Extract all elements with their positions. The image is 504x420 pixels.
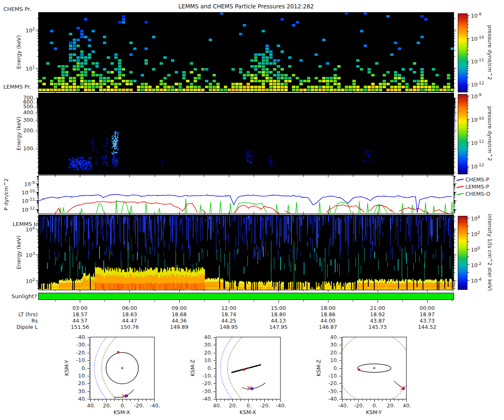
y-major-tick-right bbox=[454, 255, 457, 255]
y-minor-tick bbox=[37, 202, 39, 203]
y-minor-tick bbox=[37, 262, 39, 263]
y-minor-tick bbox=[37, 140, 39, 140]
orbit-y-tick bbox=[215, 370, 216, 370]
time-major-tick bbox=[179, 92, 180, 93]
orbit-y-tick bbox=[89, 379, 90, 379]
y-minor-tick bbox=[37, 201, 39, 201]
pressure-timeseries-panel bbox=[38, 175, 454, 214]
y-minor-tick-right bbox=[454, 110, 455, 111]
time-major-tick bbox=[427, 214, 428, 215]
y-minor-tick-right bbox=[454, 98, 455, 99]
y-minor-tick bbox=[37, 36, 39, 36]
y-minor-tick-right bbox=[454, 158, 455, 158]
orbit-x-tick bbox=[228, 399, 229, 401]
y-minor-tick bbox=[37, 204, 39, 204]
y-minor-tick bbox=[37, 213, 39, 213]
colorbar-major-tick bbox=[467, 61, 470, 61]
y-minor-tick bbox=[37, 284, 39, 285]
orbit-y-tick bbox=[87, 391, 90, 392]
y-minor-tick bbox=[37, 136, 39, 137]
orbit-x-tick bbox=[342, 399, 343, 402]
y-minor-tick-right bbox=[454, 136, 455, 137]
y-minor-tick bbox=[37, 185, 39, 185]
orbit-y-tick bbox=[341, 387, 342, 387]
orbit-y-tick bbox=[341, 371, 342, 372]
orbit-y-tick bbox=[341, 390, 342, 390]
time-major-tick bbox=[80, 92, 80, 93]
y-minor-tick-right bbox=[454, 113, 455, 113]
time-minor-tick bbox=[155, 290, 155, 291]
colorbar-tick-label: 10-11 bbox=[471, 58, 484, 65]
dipole-l-value: 144.52 bbox=[412, 324, 442, 330]
orbit-y-tick bbox=[213, 368, 216, 369]
colorbar-minor-tick bbox=[467, 99, 469, 100]
y-minor-tick-right bbox=[454, 18, 455, 19]
y-minor-tick-right bbox=[454, 193, 455, 194]
time-major-tick bbox=[278, 300, 279, 303]
colorbar-minor-tick bbox=[467, 131, 469, 132]
time-major-tick bbox=[328, 214, 328, 215]
y-minor-tick-right bbox=[454, 162, 455, 163]
y-minor-tick bbox=[37, 74, 39, 74]
time-minor-tick bbox=[204, 212, 205, 213]
orbit-x-tick bbox=[398, 399, 399, 401]
orbit-y-tick bbox=[89, 339, 90, 339]
y-minor-tick bbox=[37, 38, 39, 39]
orbit-y-tick bbox=[89, 387, 90, 387]
time-major-tick bbox=[328, 290, 328, 292]
orbit-y-tick-label: 40. bbox=[183, 334, 213, 340]
y-minor-tick-right bbox=[454, 109, 455, 110]
y-minor-tick bbox=[37, 45, 39, 45]
orbit-x-tick bbox=[366, 399, 367, 401]
colorbar-major-tick bbox=[467, 166, 470, 166]
y-minor-tick bbox=[37, 178, 39, 179]
lt-value: 18.74 bbox=[214, 311, 244, 318]
orbit-y-tick bbox=[89, 373, 90, 373]
orbit-y-tick bbox=[341, 382, 342, 383]
orbit-y-tick bbox=[339, 353, 342, 353]
orbit-y-tick bbox=[215, 373, 216, 373]
colorbar-tick-label: 10-11 bbox=[471, 139, 484, 146]
colorbar-tick-label: 102 bbox=[471, 230, 480, 237]
y-minor-tick bbox=[37, 268, 39, 268]
y-minor-tick bbox=[37, 114, 39, 114]
time-major-tick bbox=[179, 300, 180, 303]
colorbar-minor-tick bbox=[467, 129, 469, 129]
orbit-y-tick-label: -40. bbox=[57, 334, 87, 340]
y-tick-label: 500. bbox=[5, 103, 35, 110]
orbit-y-tick bbox=[215, 359, 216, 359]
time-minor-tick bbox=[303, 214, 304, 215]
y-tick-label: 10-9 bbox=[5, 180, 35, 187]
y-minor-tick-right bbox=[454, 111, 455, 112]
y-minor-tick-right bbox=[454, 110, 455, 110]
orbit-x-tick bbox=[248, 399, 249, 402]
y-minor-tick bbox=[37, 105, 39, 105]
orbit-y-tick bbox=[215, 348, 216, 349]
y-minor-tick bbox=[37, 126, 39, 126]
y-minor-tick bbox=[37, 109, 39, 109]
y-minor-tick-right bbox=[454, 265, 455, 265]
colorbar-minor-tick bbox=[467, 173, 469, 173]
orbit-y-tick bbox=[339, 368, 342, 369]
panel2-corner-label: LEMMS Pr. bbox=[3, 84, 31, 90]
orbit-y-tick bbox=[213, 345, 216, 345]
orbit-y-tick bbox=[89, 359, 90, 359]
y-minor-tick bbox=[37, 83, 39, 84]
legend-label-chems-o: CHEMS-O bbox=[465, 191, 490, 197]
row-label-lt: LT (hrs) bbox=[3, 311, 38, 318]
time-minor-tick bbox=[353, 212, 353, 213]
time-major-tick bbox=[80, 176, 80, 177]
y-minor-tick bbox=[37, 235, 39, 235]
colorbar-minor-tick bbox=[467, 77, 469, 78]
chems-pressure-canvas bbox=[39, 13, 454, 92]
y-minor-tick bbox=[37, 283, 39, 284]
y-minor-tick-right bbox=[454, 178, 455, 179]
y-minor-tick bbox=[37, 233, 39, 233]
y-minor-tick bbox=[37, 257, 39, 257]
dipole-l-value: 149.89 bbox=[165, 324, 194, 330]
y-minor-tick bbox=[37, 113, 39, 113]
colorbar-decade-tick bbox=[467, 242, 469, 242]
time-minor-tick bbox=[353, 176, 353, 177]
orbit-y-tick bbox=[339, 345, 342, 345]
orbit-x-tick bbox=[394, 399, 395, 401]
